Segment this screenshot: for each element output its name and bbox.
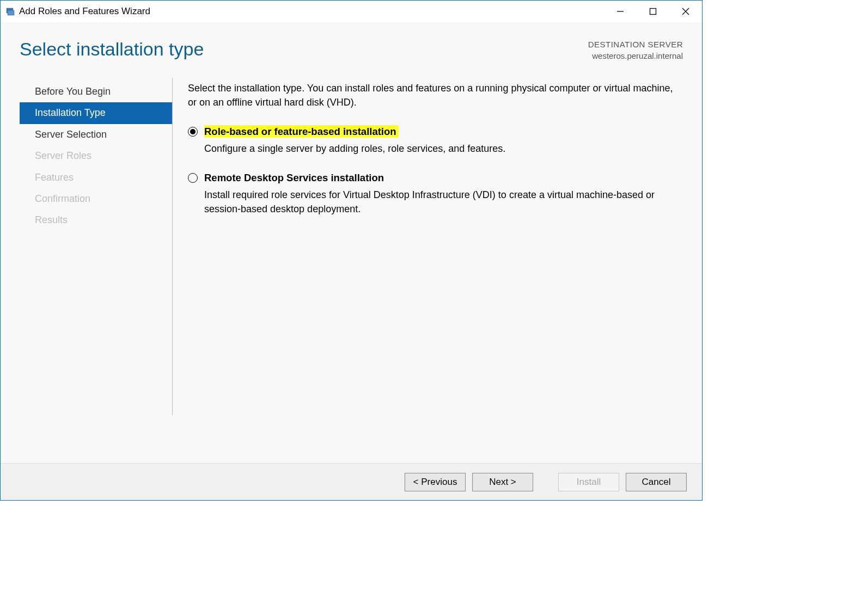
close-button[interactable] [669, 1, 702, 22]
cancel-button[interactable]: Cancel [626, 473, 687, 491]
destination-info: DESTINATION SERVER westeros.peruzal.inte… [588, 39, 683, 61]
minimize-button[interactable] [604, 1, 637, 22]
wizard-nav: Before You BeginInstallation TypeServer … [20, 78, 172, 463]
window-controls [604, 1, 702, 22]
option-desc: Install required role services for Virtu… [204, 188, 683, 216]
destination-label: DESTINATION SERVER [588, 39, 683, 50]
install-button: Install [558, 473, 619, 491]
nav-item-before-you-begin[interactable]: Before You Begin [20, 81, 172, 102]
body: Before You BeginInstallation TypeServer … [1, 72, 702, 463]
option-body: Remote Desktop Services installationInst… [204, 171, 683, 216]
footer: < Previous Next > Install Cancel [1, 463, 702, 500]
svg-rect-1 [8, 10, 14, 15]
svg-rect-3 [650, 9, 656, 15]
install-option-1[interactable]: Remote Desktop Services installationInst… [188, 171, 683, 216]
destination-value: westeros.peruzal.internal [588, 50, 683, 61]
page-title: Select installation type [20, 39, 204, 60]
app-icon [5, 6, 16, 17]
header: Select installation type DESTINATION SER… [1, 22, 702, 72]
previous-button[interactable]: < Previous [405, 473, 466, 491]
next-button[interactable]: Next > [472, 473, 533, 491]
nav-item-confirmation: Confirmation [20, 188, 172, 210]
option-title: Role-based or feature-based installation [204, 125, 399, 138]
nav-item-server-roles: Server Roles [20, 145, 172, 167]
intro-text: Select the installation type. You can in… [188, 81, 683, 109]
nav-item-features: Features [20, 167, 172, 188]
option-desc: Configure a single server by adding role… [204, 141, 683, 156]
maximize-button[interactable] [637, 1, 669, 22]
install-option-0[interactable]: Role-based or feature-based installation… [188, 125, 683, 156]
content-pane: Select the installation type. You can in… [188, 78, 683, 463]
nav-item-results: Results [20, 210, 172, 231]
radio-button[interactable] [188, 127, 198, 137]
window-title: Add Roles and Features Wizard [19, 6, 604, 17]
divider [172, 78, 173, 415]
option-body: Role-based or feature-based installation… [204, 125, 683, 156]
titlebar: Add Roles and Features Wizard [1, 1, 702, 22]
radio-button[interactable] [188, 173, 198, 183]
option-title: Remote Desktop Services installation [204, 172, 384, 183]
wizard-window: Add Roles and Features Wizard Select ins… [0, 0, 703, 501]
nav-item-installation-type[interactable]: Installation Type [20, 102, 172, 124]
nav-item-server-selection[interactable]: Server Selection [20, 124, 172, 145]
